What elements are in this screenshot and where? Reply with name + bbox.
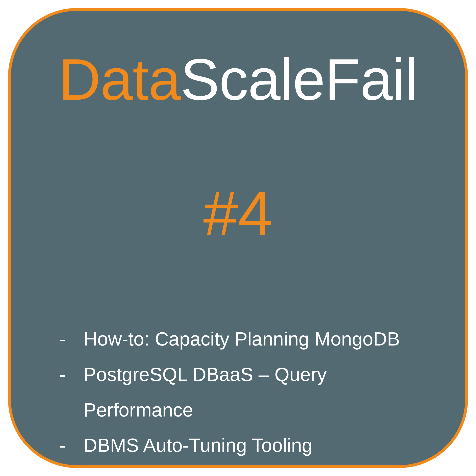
issue-number: #4	[43, 182, 433, 245]
list-item: - PostgreSQL DBaaS – Query Performance	[59, 357, 433, 428]
bullet-dash: -	[59, 321, 84, 357]
topic-text: How-to: Capacity Planning MongoDB	[84, 321, 400, 357]
content-card: DataScaleFail #4 - How-to: Capacity Plan…	[8, 8, 468, 468]
title-main: ScaleFail	[181, 47, 418, 112]
bullet-dash: -	[59, 357, 84, 392]
list-item: - How-to: Capacity Planning MongoDB	[59, 321, 433, 357]
list-item: - DBMS Auto-Tuning Tooling	[59, 428, 433, 463]
page-title: DataScaleFail	[43, 47, 433, 112]
bullet-dash: -	[59, 428, 84, 463]
topic-text: DBMS Auto-Tuning Tooling	[84, 428, 312, 463]
title-accent: Data	[58, 47, 181, 112]
topics-list: - How-to: Capacity Planning MongoDB - Po…	[43, 321, 433, 463]
topic-text: PostgreSQL DBaaS – Query Performance	[84, 357, 433, 428]
